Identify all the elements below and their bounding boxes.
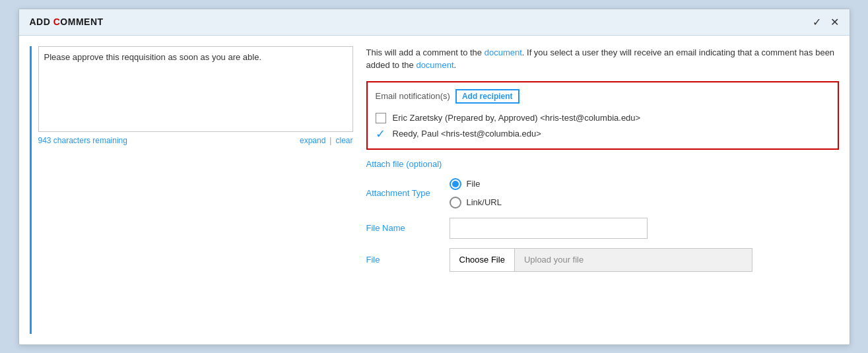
close-icon[interactable]: ✕ <box>830 16 839 28</box>
email-notification-box: Email notification(s) Add recipient Eric… <box>366 81 839 150</box>
recipient-name-2: Reedy, Paul <hris-test@columbia.edu> <box>393 129 541 139</box>
file-label: File <box>366 255 439 265</box>
file-upload-row: Choose File Upload your file <box>450 248 752 272</box>
left-panel: Please approve this reqquisition as soon… <box>30 46 353 334</box>
dialog-body: Please approve this reqquisition as soon… <box>19 36 850 344</box>
dialog-title: ADD COMMENT <box>30 16 104 27</box>
radio-group: File Link/URL <box>450 178 502 209</box>
attachment-type-row: Attachment Type File Link/URL <box>366 178 839 209</box>
recipient-name-1: Eric Zaretsky (Prepared by, Approved) <h… <box>393 113 641 123</box>
info-document-link2: document <box>416 60 453 70</box>
dialog-header: ADD COMMENT ✓ ✕ <box>19 9 850 36</box>
recipient-row-1: Eric Zaretsky (Prepared by, Approved) <h… <box>376 110 830 126</box>
add-comment-dialog: ADD COMMENT ✓ ✕ Please approve this reqq… <box>18 9 850 345</box>
radio-link-label: Link/URL <box>467 197 502 207</box>
email-notification-header: Email notification(s) Add recipient <box>376 89 830 104</box>
attach-section: Attach file (optional) Attachment Type F… <box>366 159 839 272</box>
add-recipient-button[interactable]: Add recipient <box>455 89 519 104</box>
file-name-row: File Name <box>366 218 839 239</box>
file-row: File Choose File Upload your file <box>366 248 839 272</box>
radio-file-outer <box>450 178 461 190</box>
file-name-input[interactable] <box>450 218 648 239</box>
header-actions: ✓ ✕ <box>813 16 839 28</box>
confirm-icon[interactable]: ✓ <box>813 16 821 28</box>
upload-file-area[interactable]: Upload your file <box>515 248 752 272</box>
title-accent: C <box>53 16 61 27</box>
clear-link[interactable]: clear <box>335 136 352 145</box>
recipient-row-2: ✓ Reedy, Paul <hris-test@columbia.edu> <box>376 126 830 142</box>
file-name-label: File Name <box>366 223 439 233</box>
choose-file-button[interactable]: Choose File <box>450 248 515 272</box>
separator: | <box>329 136 331 145</box>
attach-file-label: Attach file (optional) <box>366 159 839 169</box>
right-panel: This will add a comment to the document.… <box>366 46 839 334</box>
radio-link-outer <box>450 197 461 209</box>
email-notification-label: Email notification(s) <box>376 91 450 101</box>
info-text: This will add a comment to the document.… <box>366 46 839 72</box>
comment-textarea[interactable]: Please approve this reqquisition as soon… <box>38 46 353 132</box>
expand-link[interactable]: expand <box>300 136 325 145</box>
radio-file-option[interactable]: File <box>450 178 502 190</box>
chars-remaining: 943 characters remaining <box>38 136 127 145</box>
upload-file-placeholder: Upload your file <box>524 255 584 265</box>
radio-link-option[interactable]: Link/URL <box>450 197 502 209</box>
recipient-checkbox-1[interactable] <box>376 113 386 123</box>
info-document-link1: document <box>484 48 522 57</box>
radio-file-inner <box>452 181 459 187</box>
recipient-checkbox-2[interactable]: ✓ <box>376 129 386 139</box>
textarea-links: expand | clear <box>300 136 353 145</box>
textarea-footer: 943 characters remaining expand | clear <box>38 136 353 145</box>
attachment-type-label: Attachment Type <box>366 188 439 198</box>
radio-file-label: File <box>467 179 481 189</box>
